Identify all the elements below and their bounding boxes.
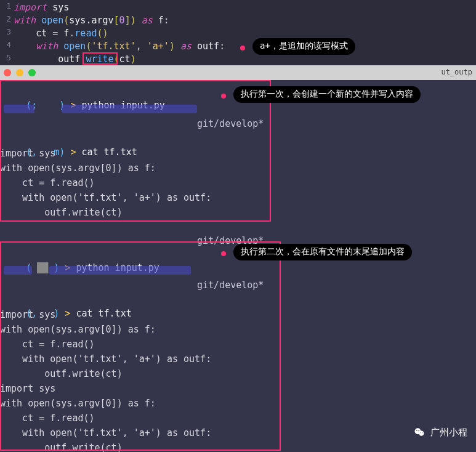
svg-point-1 xyxy=(419,431,424,436)
redacted xyxy=(4,266,32,275)
git-branch: git/develop* xyxy=(197,117,264,131)
annotation-dot xyxy=(240,46,245,50)
svg-point-3 xyxy=(418,430,419,432)
line-num: 5 xyxy=(2,53,11,62)
minimize-icon[interactable] xyxy=(16,69,23,76)
terminal-output: with open(sys.argv[0]) as f: xyxy=(0,161,156,175)
editor-gutter: 1 2 3 4 5 xyxy=(0,0,11,65)
code-line[interactable]: with open(sys.argv[0]) as f: xyxy=(14,14,169,27)
terminal-output: ct = f.read() xyxy=(0,411,95,425)
terminal-output: outf.write(ct) xyxy=(0,367,123,381)
watermark-text: 广州小程 xyxy=(430,427,467,438)
terminal-output: ct = f.read() xyxy=(0,176,95,190)
code-line[interactable]: with open('tf.txt', 'a+') as outf: xyxy=(14,40,225,53)
window-controls xyxy=(4,69,36,76)
terminal-output: import sys xyxy=(0,308,55,321)
tab-title: ut_outp xyxy=(441,68,472,76)
annotation-bubble: a+，是追加的读写模式 xyxy=(252,38,355,55)
maximize-icon[interactable] xyxy=(28,69,36,76)
redacted xyxy=(4,105,34,113)
svg-point-4 xyxy=(420,432,421,433)
code-line[interactable]: import sys xyxy=(14,1,69,14)
svg-point-5 xyxy=(422,432,422,433)
terminal-output: import sys xyxy=(0,382,55,395)
code-editor: 1 2 3 4 5 import sys with open(sys.argv[… xyxy=(0,0,476,65)
annotation-text: 执行第二次，会在原有文件的末尾追加内容 xyxy=(241,246,405,257)
annotation-text: a+，是追加的读写模式 xyxy=(260,41,348,52)
terminal-output: outf.write(ct) xyxy=(0,206,123,219)
annotation-text: 执行第一次，会创建一个新的文件并写入内容 xyxy=(241,89,413,100)
close-icon[interactable] xyxy=(4,69,11,76)
git-branch: git/develop* xyxy=(197,278,264,292)
annotation-bubble: 执行第二次，会在原有文件的末尾追加内容 xyxy=(233,244,412,260)
annotation-dot xyxy=(221,94,226,99)
watermark: 广州小程 xyxy=(413,426,467,438)
line-num: 2 xyxy=(2,14,11,23)
svg-point-2 xyxy=(416,430,418,432)
terminal-output: import sys xyxy=(0,147,55,160)
line-num: 4 xyxy=(2,40,11,49)
line-num: 3 xyxy=(2,27,11,36)
terminal-output: outf.write(ct) xyxy=(0,441,123,452)
terminal-output: with open('tf.txt', 'a+') as outf: xyxy=(0,191,211,204)
terminal-output: with open(sys.argv[0]) as f: xyxy=(0,397,156,410)
terminal-output: with open('tf.txt', 'a+') as outf: xyxy=(0,352,211,366)
redacted xyxy=(49,266,191,275)
terminal-output: ct = f.read() xyxy=(0,337,95,351)
line-num: 1 xyxy=(2,1,11,10)
wechat-icon xyxy=(413,426,426,438)
terminal-output: with open('tf.txt', 'a+') as outf: xyxy=(0,426,211,440)
annotation-dot xyxy=(221,251,226,256)
code-line[interactable]: ct = f.read() xyxy=(14,27,108,40)
terminal-output: with open(sys.argv[0]) as f: xyxy=(0,323,156,336)
annotation-bubble: 执行第一次，会创建一个新的文件并写入内容 xyxy=(233,86,421,103)
code-line[interactable]: outf.write(ct) xyxy=(14,53,136,66)
terminal[interactable]: (; ) > python input.py git/develop* (, m… xyxy=(0,80,476,452)
terminal-tab-bar: ut_outp xyxy=(0,65,476,80)
redacted xyxy=(62,105,197,113)
